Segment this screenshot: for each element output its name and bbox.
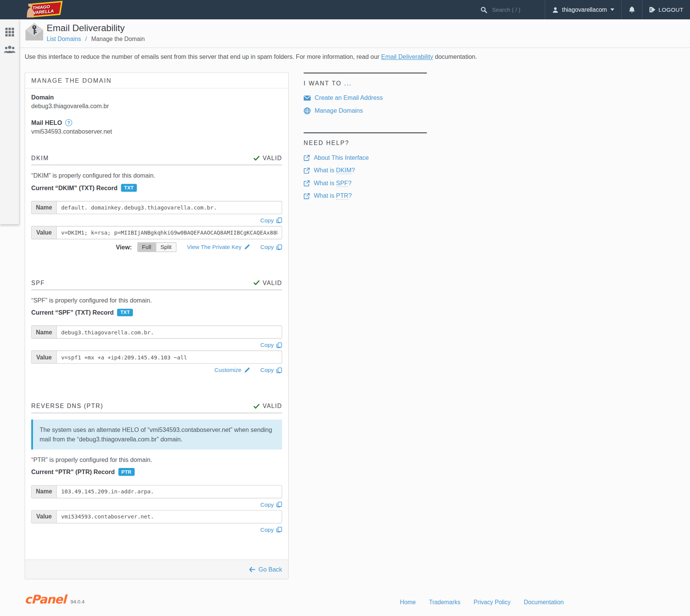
footer-link-home[interactable]: Home [400,599,416,605]
bell-icon [628,6,636,14]
domain-label: Domain [31,94,282,101]
search-input[interactable] [491,6,525,14]
about-this-interface-link[interactable]: About This Interface [304,154,427,162]
footer-link-trademarks[interactable]: Trademarks [429,599,460,605]
ptr-term: PTR [336,192,348,200]
spf-name-row: Name [31,326,282,339]
description-text-after: documentation. [433,53,477,60]
dkim-value-copy-link[interactable]: Copy [261,244,282,250]
view-private-key-link[interactable]: View The Private Key [187,244,249,250]
helo-info-box: The system uses an alternate HELO of “vm… [31,419,282,449]
header-controls: thiagovarellacom LOGOUT [476,0,690,19]
breadcrumb: List Domains / Manage the Domain [47,36,145,42]
value-addon: Value [32,226,57,238]
spf-value-copy-link[interactable]: Copy [261,367,282,373]
dkim-name-row: Name [31,201,282,214]
dkim-value-input[interactable] [57,226,281,238]
name-addon: Name [32,485,57,498]
spf-record-text: Current “SPF” (TXT) Record [31,309,114,316]
view-label: View: [116,243,132,250]
copy-label: Copy [261,367,274,373]
dkim-section: DKIM VALID “DKIM” is properly configured… [31,155,282,252]
view-full-button[interactable]: Full [137,243,155,251]
footer-brand: cPanel 94.0.4 [25,592,85,606]
main-content: Email Deliverability List Domains / Mana… [19,19,690,616]
manage-domain-panel: MANAGE THE DOMAIN Domain debug3.thiagova… [25,72,289,579]
page-title: Email Deliverability [47,23,125,33]
ptr-name-row: Name [31,485,282,498]
create-email-address-link[interactable]: Create an Email Address [304,94,427,102]
spf-customize-link[interactable]: Customize [215,367,250,373]
mail-helo-value: vmi534593.contaboserver.net [31,128,282,135]
user-icon [553,6,559,13]
name-addon: Name [32,201,57,213]
copy-label: Copy [261,526,274,533]
need-help-heading: NEED HELP? [304,140,427,146]
spf-name-copy-link[interactable]: Copy [261,342,282,348]
spf-value-input[interactable] [57,351,281,363]
link-suffix: ? [348,180,351,187]
help-icon[interactable]: ? [65,119,73,126]
header-search[interactable] [476,0,545,19]
view-toggle-group: Full Split [137,242,176,252]
spf-name-input[interactable] [57,326,281,338]
what-is-ptr-link[interactable]: What is PTR? [304,192,427,200]
about-this-interface-label: About This Interface [314,154,369,162]
view-split-button[interactable]: Split [156,243,176,251]
create-email-address-label: Create an Email Address [315,94,383,102]
what-is-spf-link[interactable]: What is SPF? [304,180,427,187]
dkim-name-copy-link[interactable]: Copy [261,217,282,224]
ptr-name-copy-link[interactable]: Copy [261,501,282,507]
copy-label: Copy [261,217,274,224]
dkim-term: DKIM [336,167,352,174]
copy-icon [276,217,282,223]
ptr-status-badge: VALID [253,403,282,409]
version-label: 94.0.4 [70,599,84,604]
ptr-section: REVERSE DNS (PTR) VALID The system uses … [31,403,282,533]
what-is-ptr-label: What is PTR? [314,192,352,200]
dkim-heading: DKIM [31,155,49,161]
top-bar: THIAGO VARELLA thiagovarellacom [0,0,690,19]
dkim-status-text: “DKIM” is properly configured for this d… [31,172,282,179]
breadcrumb-list-domains[interactable]: List Domains [47,36,81,42]
dkim-name-input[interactable] [57,201,281,213]
ptr-name-input[interactable] [57,485,281,498]
ptr-value-input[interactable] [57,510,281,523]
users-group-icon[interactable] [4,45,15,53]
apps-grid-icon[interactable] [5,28,14,36]
spf-status-text: “SPF” is properly configured for this do… [31,297,282,304]
external-link-icon [304,167,310,173]
description-text: Use this interface to reduce the number … [25,53,381,60]
pencil-icon [244,244,250,250]
copy-label: Copy [261,342,274,348]
dkim-status-badge: VALID [253,155,282,161]
copy-icon [276,526,282,533]
ptr-value-copy-link[interactable]: Copy [261,526,282,533]
email-deliverability-doc-link[interactable]: Email Deliverability [381,53,433,60]
spf-status-badge: VALID [253,279,282,286]
go-back-label: Go Back [259,566,282,573]
user-menu[interactable]: thiagovarellacom [545,0,622,19]
link-suffix: ? [348,192,352,199]
ptr-record-text: Current “PTR” (PTR) Record [31,468,115,476]
panel-title: MANAGE THE DOMAIN [25,73,288,88]
footer-link-documentation[interactable]: Documentation [524,599,564,605]
link-prefix: What is [314,180,336,187]
brand-logo[interactable]: THIAGO VARELLA [24,1,63,18]
go-back-button[interactable]: Go Back [249,566,282,573]
external-link-icon [304,180,310,186]
breadcrumb-current: Manage the Domain [91,36,145,42]
spf-term: SPF [336,180,348,187]
dkim-value-row: Value [31,226,282,239]
breadcrumb-separator: / [85,36,87,42]
logout-button[interactable]: LOGOUT [642,0,690,19]
what-is-dkim-link[interactable]: What is DKIM? [304,167,427,174]
ptr-record-label: Current “PTR” (PTR) Record PTR [31,468,282,476]
logout-label: LOGOUT [658,6,684,13]
notifications-button[interactable] [622,0,642,19]
manage-domains-link[interactable]: Manage Domains [304,107,427,115]
dkim-record-text: Current “DKIM” (TXT) Record [31,184,117,191]
ptr-status-text: “PTR” is properly configured for this do… [31,456,282,463]
footer-link-privacy-policy[interactable]: Privacy Policy [474,599,510,605]
spf-heading: SPF [31,279,45,286]
